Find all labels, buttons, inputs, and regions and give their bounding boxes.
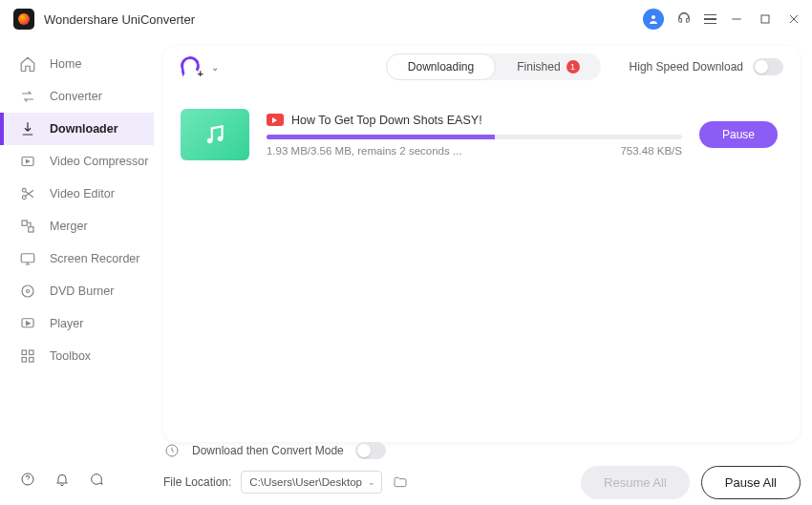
youtube-icon <box>267 114 284 126</box>
home-icon <box>19 55 36 73</box>
finished-badge: 1 <box>566 60 580 74</box>
compressor-icon <box>19 153 36 170</box>
svg-point-6 <box>22 188 26 192</box>
user-account-icon[interactable] <box>643 9 664 30</box>
support-icon[interactable] <box>675 11 693 28</box>
help-icon[interactable] <box>19 471 36 488</box>
sidebar-item-screen-recorder[interactable]: Screen Recorder <box>0 242 154 275</box>
sidebar-item-label: Converter <box>50 90 102 103</box>
file-location-select[interactable]: C:\Users\User\Desktop ⌄ <box>241 471 382 494</box>
download-progress <box>267 135 682 139</box>
file-location-path: C:\Users\User\Desktop <box>249 476 362 488</box>
tab-finished[interactable]: Finished 1 <box>496 53 600 80</box>
svg-point-20 <box>218 137 223 141</box>
svg-point-7 <box>22 196 26 200</box>
download-status: 1.93 MB/3.56 MB, remains 2 seconds ... <box>267 145 462 157</box>
feedback-icon[interactable] <box>88 471 105 488</box>
downloader-icon <box>19 120 36 137</box>
music-note-icon <box>203 122 227 147</box>
disc-icon <box>19 283 36 300</box>
sidebar-item-label: Downloader <box>50 122 118 136</box>
svg-rect-15 <box>30 350 34 355</box>
scissors-icon <box>19 185 36 202</box>
svg-rect-16 <box>22 358 27 363</box>
svg-rect-14 <box>22 350 27 355</box>
topbar: + ⌄ Downloading Finished 1 High Speed Do… <box>163 46 801 88</box>
notification-icon[interactable] <box>53 471 71 488</box>
convert-mode-label: Download then Convert Mode <box>192 444 344 457</box>
app-title: Wondershare UniConverter <box>44 12 195 27</box>
merger-icon <box>19 218 36 235</box>
tab-switch: Downloading Finished 1 <box>386 53 601 80</box>
high-speed-label: High Speed Download <box>630 60 743 74</box>
titlebar: Wondershare UniConverter <box>0 0 812 38</box>
bottom-bar: Download then Convert Mode File Location… <box>163 436 801 499</box>
svg-rect-10 <box>21 254 34 263</box>
sidebar-item-label: Screen Recorder <box>50 252 140 265</box>
sidebar: Home Converter Downloader Video Compress… <box>0 38 154 505</box>
add-url-button[interactable]: + <box>181 56 202 77</box>
sidebar-item-player[interactable]: Player <box>0 307 154 340</box>
sidebar-item-converter[interactable]: Converter <box>0 80 154 113</box>
add-url-dropdown[interactable]: ⌄ <box>211 62 219 73</box>
converter-icon <box>19 88 36 105</box>
tab-downloading[interactable]: Downloading <box>386 53 496 80</box>
maximize-button[interactable] <box>757 11 774 28</box>
open-folder-button[interactable] <box>392 473 409 491</box>
menu-icon[interactable] <box>704 14 716 25</box>
sidebar-item-label: Video Editor <box>50 187 115 200</box>
svg-rect-2 <box>761 15 769 23</box>
sidebar-item-label: DVD Burner <box>50 284 114 298</box>
sidebar-item-label: Video Compressor <box>50 155 148 168</box>
sidebar-item-toolbox[interactable]: Toolbox <box>0 340 154 372</box>
tab-label: Finished <box>517 53 560 80</box>
pause-button[interactable]: Pause <box>699 121 778 148</box>
svg-point-0 <box>652 15 655 19</box>
sidebar-item-label: Player <box>50 317 83 330</box>
minimize-button[interactable] <box>728 11 745 28</box>
svg-point-19 <box>207 138 212 143</box>
svg-point-12 <box>27 290 30 293</box>
sidebar-item-video-editor[interactable]: Video Editor <box>0 178 154 210</box>
download-title: How To Get Top Down Shots EASY! <box>291 114 482 127</box>
svg-rect-8 <box>22 221 27 225</box>
content-area: + ⌄ Downloading Finished 1 High Speed Do… <box>154 38 812 505</box>
high-speed-toggle[interactable] <box>753 58 783 75</box>
sidebar-item-label: Merger <box>50 220 88 233</box>
history-icon[interactable] <box>163 442 181 459</box>
sidebar-item-dvd-burner[interactable]: DVD Burner <box>0 275 154 307</box>
sidebar-item-label: Toolbox <box>50 349 91 363</box>
sidebar-item-merger[interactable]: Merger <box>0 210 154 242</box>
recorder-icon <box>19 250 36 267</box>
download-thumbnail <box>181 109 249 160</box>
sidebar-item-video-compressor[interactable]: Video Compressor <box>0 145 154 178</box>
play-icon <box>19 315 36 332</box>
convert-mode-toggle[interactable] <box>355 442 386 459</box>
sidebar-item-home[interactable]: Home <box>0 48 154 80</box>
resume-all-button: Resume All <box>581 466 690 499</box>
file-location-label: File Location: <box>163 475 231 489</box>
svg-rect-17 <box>30 358 34 363</box>
tab-label: Downloading <box>408 53 474 80</box>
app-logo <box>13 9 34 30</box>
pause-all-button[interactable]: Pause All <box>701 466 801 499</box>
download-item: How To Get Top Down Shots EASY! 1.93 MB/… <box>177 103 787 166</box>
sidebar-item-downloader[interactable]: Downloader <box>0 113 154 145</box>
svg-rect-9 <box>29 227 33 232</box>
chevron-down-icon: ⌄ <box>368 477 375 487</box>
download-speed: 753.48 KB/S <box>620 145 682 157</box>
close-button[interactable] <box>785 11 802 28</box>
sidebar-item-label: Home <box>50 57 81 71</box>
grid-icon <box>19 347 36 365</box>
svg-point-11 <box>22 285 33 297</box>
